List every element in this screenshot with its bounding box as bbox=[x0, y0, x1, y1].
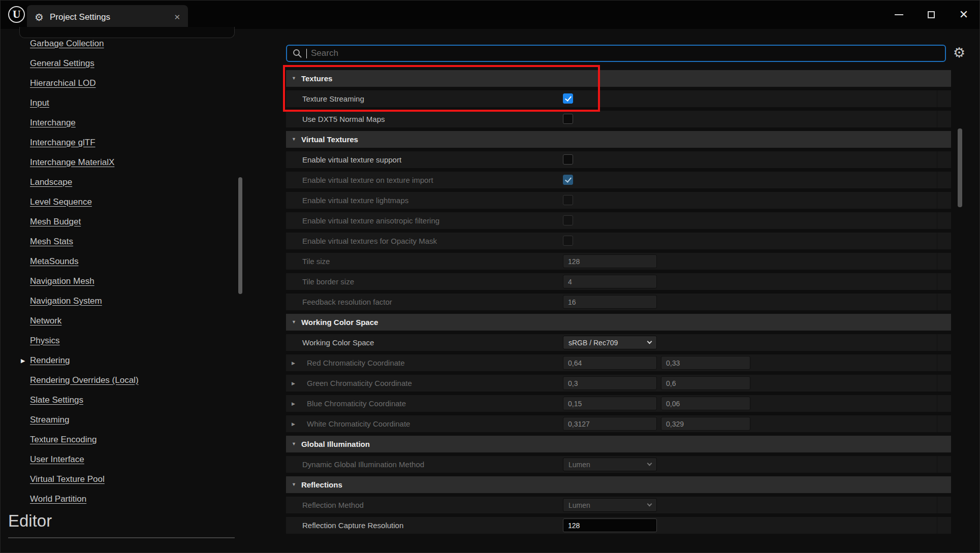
settings-search-bar[interactable] bbox=[286, 45, 946, 62]
settings-category-list: Garbage Collection General Settings Hier… bbox=[1, 39, 235, 514]
setting-row-reflection-capture-resolution: Reflection Capture Resolution 128 bbox=[286, 517, 951, 534]
section-header-working-color-space[interactable]: ▼ Working Color Space bbox=[286, 314, 951, 331]
sidebar-item-label: Texture Encoding bbox=[30, 435, 97, 444]
minimize-button[interactable] bbox=[891, 7, 906, 22]
setting-label: Reflection Capture Resolution bbox=[302, 517, 403, 534]
white-chromaticity-x-field: 0,3127 bbox=[563, 417, 657, 431]
sidebar-item-general-settings[interactable]: General Settings bbox=[1, 58, 235, 78]
tile-border-size-field: 4 bbox=[563, 275, 657, 288]
section-header-virtual-textures[interactable]: ▼ Virtual Textures bbox=[286, 131, 951, 148]
sidebar-item-label: Mesh Stats bbox=[30, 237, 73, 246]
collapse-arrow-icon: ▼ bbox=[292, 482, 296, 487]
feedback-resolution-factor-field: 16 bbox=[563, 295, 657, 309]
sidebar-item-landscape[interactable]: Landscape bbox=[1, 177, 235, 197]
reflection-capture-resolution-field[interactable]: 128 bbox=[563, 518, 657, 532]
sidebar-item-level-sequence[interactable]: Level Sequence bbox=[1, 197, 235, 217]
setting-label: Dynamic Global Illumination Method bbox=[302, 456, 424, 473]
sidebar-item-rendering[interactable]: ▶ Rendering bbox=[1, 355, 235, 375]
expand-arrow-icon[interactable]: ▶ bbox=[292, 395, 295, 412]
sidebar-item-virtual-texture-pool[interactable]: Virtual Texture Pool bbox=[1, 474, 235, 494]
sidebar-item-label: Landscape bbox=[30, 177, 72, 187]
sidebar-item-physics[interactable]: Physics bbox=[1, 336, 235, 355]
sidebar-item-label: General Settings bbox=[30, 58, 94, 68]
sidebar-item-slate-settings[interactable]: Slate Settings bbox=[1, 395, 235, 415]
sidebar-item-interchange-materialx[interactable]: Interchange MaterialX bbox=[1, 157, 235, 177]
setting-row-texture-streaming: Texture Streaming bbox=[286, 90, 951, 107]
expand-arrow-icon[interactable]: ▶ bbox=[292, 354, 295, 371]
sidebar-item-label: Hierarchical LOD bbox=[30, 78, 96, 88]
expand-arrow-icon[interactable]: ▶ bbox=[292, 415, 295, 432]
section-header-global-illumination[interactable]: ▼ Global Illumination bbox=[286, 436, 951, 452]
minimize-icon bbox=[895, 14, 903, 15]
setting-row-enable-virtual-texture-lightmaps: Enable virtual texture lightmaps bbox=[286, 192, 951, 209]
sidebar-item-network[interactable]: Network bbox=[1, 316, 235, 336]
sidebar-scrollbar-thumb[interactable] bbox=[238, 177, 242, 294]
expand-arrow-icon: ▶ bbox=[21, 357, 25, 364]
setting-row-dynamic-global-illumination-method: Dynamic Global Illumination Method Lumen bbox=[286, 456, 951, 473]
setting-label: Tile size bbox=[302, 253, 330, 270]
settings-gear-icon[interactable]: ⚙ bbox=[952, 45, 967, 60]
project-settings-window: U ⚙ Project Settings ✕ ✕ Garbage Collect… bbox=[0, 0, 980, 553]
tab-close-icon[interactable]: ✕ bbox=[174, 13, 180, 22]
setting-row-tile-border-size: Tile border size 4 bbox=[286, 273, 951, 290]
sidebar-divider bbox=[8, 537, 235, 538]
setting-label: Use DXT5 Normal Maps bbox=[302, 111, 385, 127]
collapse-arrow-icon: ▼ bbox=[292, 76, 296, 81]
texture-streaming-checkbox[interactable] bbox=[563, 93, 573, 104]
sidebar-item-garbage-collection[interactable]: Garbage Collection bbox=[1, 39, 235, 58]
sidebar-item-label: Interchange MaterialX bbox=[30, 157, 114, 167]
sidebar-item-label: Network bbox=[30, 316, 61, 326]
setting-label: Blue Chromaticity Coordinate bbox=[307, 395, 406, 412]
setting-label: Green Chromaticity Coordinate bbox=[307, 375, 412, 392]
expand-arrow-icon[interactable]: ▶ bbox=[292, 375, 295, 392]
setting-label: Feedback resolution factor bbox=[302, 294, 392, 310]
maximize-button[interactable] bbox=[924, 7, 939, 22]
editor-section-heading: Editor bbox=[8, 511, 52, 531]
sidebar-item-navigation-system[interactable]: Navigation System bbox=[1, 296, 235, 316]
sidebar-item-interchange[interactable]: Interchange bbox=[1, 118, 235, 138]
sidebar-item-metasounds[interactable]: MetaSounds bbox=[1, 256, 235, 276]
collapse-arrow-icon: ▼ bbox=[292, 442, 296, 446]
setting-row-white-chromaticity-coordinate: ▶ White Chromaticity Coordinate 0,3127 0… bbox=[286, 415, 951, 432]
green-chromaticity-y-field: 0,6 bbox=[661, 376, 750, 390]
sidebar-search-box-bottom bbox=[19, 27, 235, 38]
sidebar-item-navigation-mesh[interactable]: Navigation Mesh bbox=[1, 276, 235, 296]
collapse-arrow-icon: ▼ bbox=[292, 320, 296, 324]
section-header-reflections[interactable]: ▼ Reflections bbox=[286, 476, 951, 493]
red-chromaticity-x-field: 0,64 bbox=[563, 356, 657, 370]
window-controls: ✕ bbox=[891, 5, 971, 25]
sidebar-item-label: Rendering Overrides (Local) bbox=[30, 375, 139, 385]
enable-virtual-texture-support-checkbox[interactable] bbox=[563, 154, 573, 165]
sidebar-item-label: Level Sequence bbox=[30, 197, 92, 207]
working-color-space-dropdown[interactable]: sRGB / Rec709 bbox=[563, 336, 657, 349]
section-header-textures[interactable]: ▼ Textures bbox=[286, 70, 951, 87]
section-title: Working Color Space bbox=[301, 318, 378, 327]
enable-virtual-texture-on-texture-import-checkbox bbox=[563, 175, 573, 185]
sidebar-item-interchange-gltf[interactable]: Interchange glTF bbox=[1, 138, 235, 157]
sidebar-item-streaming[interactable]: Streaming bbox=[1, 415, 235, 435]
use-dxt5-normal-maps-checkbox[interactable] bbox=[563, 114, 573, 124]
search-input[interactable] bbox=[311, 48, 940, 58]
reflection-method-dropdown: Lumen bbox=[563, 498, 657, 512]
sidebar-item-label: Virtual Texture Pool bbox=[30, 474, 105, 484]
settings-scrollbar-thumb[interactable] bbox=[958, 128, 962, 207]
sidebar-item-mesh-stats[interactable]: Mesh Stats bbox=[1, 237, 235, 256]
project-settings-tab[interactable]: ⚙ Project Settings ✕ bbox=[27, 5, 188, 29]
close-button[interactable]: ✕ bbox=[956, 7, 971, 22]
chevron-down-icon bbox=[647, 461, 652, 466]
green-chromaticity-x-field: 0,3 bbox=[563, 376, 657, 390]
sidebar-item-hierarchical-lod[interactable]: Hierarchical LOD bbox=[1, 78, 235, 98]
sidebar-item-label: Garbage Collection bbox=[30, 39, 104, 48]
sidebar-item-texture-encoding[interactable]: Texture Encoding bbox=[1, 435, 235, 454]
sidebar-item-mesh-budget[interactable]: Mesh Budget bbox=[1, 217, 235, 237]
setting-label: Enable virtual texture lightmaps bbox=[302, 192, 408, 209]
section-title: Global Illumination bbox=[301, 440, 370, 448]
dynamic-global-illumination-method-dropdown: Lumen bbox=[563, 458, 657, 471]
setting-row-enable-virtual-texture-support: Enable virtual texture support bbox=[286, 151, 951, 168]
red-chromaticity-y-field: 0,33 bbox=[661, 356, 750, 370]
sidebar-item-user-interface[interactable]: User Interface bbox=[1, 454, 235, 474]
unreal-engine-logo-icon[interactable]: U bbox=[8, 6, 25, 23]
sidebar-item-input[interactable]: Input bbox=[1, 98, 235, 118]
setting-row-enable-virtual-textures-for-opacity-mask: Enable virtual textures for Opacity Mask bbox=[286, 233, 951, 249]
sidebar-item-rendering-overrides-local[interactable]: Rendering Overrides (Local) bbox=[1, 375, 235, 395]
